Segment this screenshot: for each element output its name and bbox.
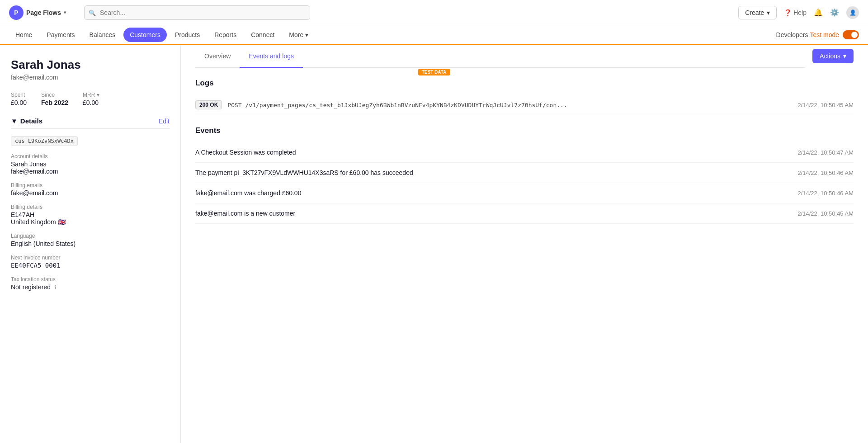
billing-email: fake@email.com (11, 189, 170, 197)
nav-tab-customers[interactable]: Customers (123, 28, 167, 42)
account-email: fake@email.com (11, 168, 170, 175)
nav-tabs: Home Payments Balances Customers Product… (0, 25, 868, 45)
account-name: Sarah Jonas (11, 160, 170, 168)
nav-tab-connect[interactable]: Connect (245, 28, 281, 42)
events-title: Events (195, 126, 854, 135)
log-status-badge: 200 OK (195, 100, 222, 109)
logo-icon: P (9, 5, 24, 20)
actions-button[interactable]: Actions ▾ (812, 49, 854, 63)
notifications-icon[interactable]: 🔔 (814, 8, 823, 17)
event-time-1: 2/14/22, 10:50:46 AM (797, 170, 854, 176)
topbar: P Page Flows ▾ 🔍 Create ▾ ❓ Help 🔔 ⚙️ 👤 (0, 0, 868, 25)
help-button[interactable]: ❓ Help (784, 9, 807, 16)
test-mode-switch[interactable] (843, 30, 859, 39)
tab-events-and-logs[interactable]: Events and logs (240, 45, 303, 68)
create-chevron-icon: ▾ (767, 9, 770, 16)
create-button[interactable]: Create ▾ (738, 6, 777, 19)
nav-tab-reports[interactable]: Reports (208, 28, 243, 42)
actions-chevron-icon: ▾ (843, 52, 846, 60)
settings-icon[interactable]: ⚙️ (830, 8, 839, 17)
nav-tab-balances[interactable]: Balances (83, 28, 122, 42)
event-time-2: 2/14/22, 10:50:46 AM (797, 190, 854, 197)
details-header: ▼ Details Edit (11, 117, 170, 129)
event-row-0[interactable]: A Checkout Session was completed 2/14/22… (195, 142, 854, 163)
app-chevron-icon: ▾ (64, 10, 66, 15)
detail-account: Account details Sarah Jonas fake@email.c… (11, 153, 170, 175)
main-content: Sarah Jonas fake@email.com Spent £0.00 S… (0, 45, 868, 443)
nav-more-button[interactable]: More ▾ (283, 28, 315, 42)
detail-billing-details: Billing details E147AH United Kingdom 🇬🇧 (11, 204, 170, 226)
event-text-2: fake@email.com was charged £60.00 (195, 189, 301, 197)
event-row-2[interactable]: fake@email.com was charged £60.00 2/14/2… (195, 183, 854, 203)
stat-mrr-value: £0.00 (83, 99, 99, 106)
content-tabs: Overview Events and logs (195, 45, 805, 68)
help-icon: ❓ (784, 9, 792, 16)
details-chevron-icon: ▼ (11, 117, 18, 125)
stat-since-value: Feb 2022 (41, 99, 68, 106)
info-icon: ℹ (54, 284, 57, 291)
stat-mrr: MRR ▾ £0.00 (83, 92, 99, 106)
user-avatar[interactable]: 👤 (846, 6, 859, 19)
stat-spent-value: £0.00 (11, 99, 27, 106)
event-row-3[interactable]: fake@email.com is a new customer 2/14/22… (195, 203, 854, 224)
tax-status-value: Not registered ℹ (11, 283, 170, 291)
sidebar: Sarah Jonas fake@email.com Spent £0.00 S… (0, 45, 181, 443)
customer-id-badge: cus_L9KoZvNSxWc4Dx (11, 136, 78, 146)
logs-title: Logs (195, 79, 854, 88)
nav-wrapper: Home Payments Balances Customers Product… (0, 25, 868, 45)
test-mode-toggle[interactable]: Test mode (810, 30, 859, 39)
stat-mrr-label: MRR ▾ (83, 92, 99, 98)
billing-details-label: Billing details (11, 204, 170, 210)
events-section: Events A Checkout Session was completed … (195, 126, 854, 224)
mrr-chevron-icon: ▾ (97, 92, 99, 98)
account-details-label: Account details (11, 153, 170, 160)
customer-name: Sarah Jonas (11, 58, 170, 72)
detail-tax-status: Tax location status Not registered ℹ (11, 276, 170, 291)
detail-next-invoice: Next invoice number EE40FCA5–0001 (11, 254, 170, 269)
next-invoice-label: Next invoice number (11, 254, 170, 261)
topbar-right: Create ▾ ❓ Help 🔔 ⚙️ 👤 (738, 6, 859, 19)
stat-since-label: Since (41, 92, 68, 98)
event-time-3: 2/14/22, 10:50:45 AM (797, 210, 854, 217)
stat-spent-label: Spent (11, 92, 27, 98)
log-path: POST /v1/payment_pages/cs_test_b1JxbUJeg… (227, 102, 792, 108)
next-invoice-value: EE40FCA5–0001 (11, 262, 170, 269)
search-icon: 🔍 (89, 9, 96, 16)
tax-status-label: Tax location status (11, 276, 170, 283)
billing-emails-label: Billing emails (11, 182, 170, 189)
language-label: Language (11, 233, 170, 239)
details-title: ▼ Details (11, 117, 42, 125)
search-input[interactable] (84, 5, 310, 20)
more-chevron-icon: ▾ (305, 31, 308, 38)
logs-section: Logs 200 OK POST /v1/payment_pages/cs_te… (195, 79, 854, 115)
language-value: English (United States) (11, 240, 170, 247)
event-time-0: 2/14/22, 10:50:47 AM (797, 149, 854, 156)
tab-overview[interactable]: Overview (195, 45, 240, 68)
event-text-0: A Checkout Session was completed (195, 149, 296, 156)
event-row-1[interactable]: The payment pi_3KT27vFX9VLdWWHU14X3saRS … (195, 163, 854, 183)
nav-tab-payments[interactable]: Payments (40, 28, 81, 42)
billing-postcode: E147AH (11, 211, 170, 218)
log-time: 2/14/22, 10:50:45 AM (797, 102, 854, 108)
log-entry[interactable]: 200 OK POST /v1/payment_pages/cs_test_b1… (195, 95, 854, 115)
nav-tab-products[interactable]: Products (169, 28, 206, 42)
edit-link[interactable]: Edit (159, 118, 170, 125)
detail-language: Language English (United States) (11, 233, 170, 247)
test-data-banner: TEST DATA (418, 69, 450, 75)
detail-billing-emails: Billing emails fake@email.com (11, 182, 170, 197)
app-name: Page Flows (26, 9, 61, 16)
event-text-3: fake@email.com is a new customer (195, 210, 295, 217)
search-bar: 🔍 (84, 5, 310, 20)
developers-link[interactable]: Developers (776, 31, 808, 38)
content-area: Overview Events and logs Actions ▾ Logs … (181, 45, 868, 443)
stats-row: Spent £0.00 Since Feb 2022 MRR ▾ £0.00 (11, 92, 170, 106)
customer-email: fake@email.com (11, 74, 170, 81)
billing-country: United Kingdom 🇬🇧 (11, 218, 170, 226)
logo-area[interactable]: P Page Flows ▾ (9, 5, 66, 20)
nav-tab-home[interactable]: Home (9, 28, 38, 42)
stat-since: Since Feb 2022 (41, 92, 68, 106)
stat-spent: Spent £0.00 (11, 92, 27, 106)
event-text-1: The payment pi_3KT27vFX9VLdWWHU14X3saRS … (195, 169, 413, 176)
